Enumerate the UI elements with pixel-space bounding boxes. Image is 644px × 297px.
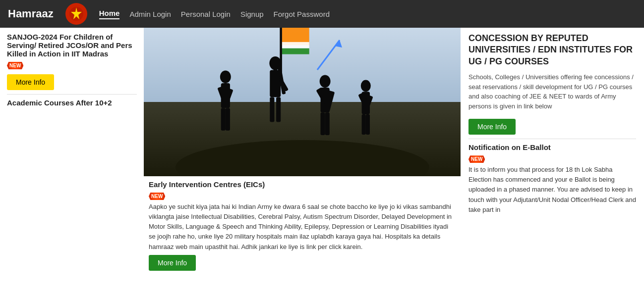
svg-rect-24 (320, 112, 325, 135)
concession-more-info-button[interactable]: More Info (468, 119, 516, 135)
svg-rect-30 (361, 114, 365, 135)
army-logo-icon (67, 4, 86, 23)
nav-signup[interactable]: Signup (240, 10, 264, 18)
divider-left (7, 94, 137, 95)
svg-point-4 (220, 70, 231, 83)
navbar-logo (65, 3, 87, 25)
left-column: SANJOG-2024 For Children of Serving/ Ret… (0, 28, 144, 297)
eballot-title: Notification on E-Ballot (468, 143, 636, 151)
nav-personal-login[interactable]: Personal Login (181, 10, 231, 18)
new-badge-left: NEW (7, 62, 23, 69)
svg-rect-15 (276, 97, 281, 122)
concession-body: Schools, Colleges / Universities offerin… (468, 72, 636, 111)
svg-rect-19 (282, 49, 309, 54)
svg-rect-16 (280, 28, 282, 86)
eic-more-info-button[interactable]: More Info (149, 255, 196, 271)
nav-admin-login[interactable]: Admin Login (129, 10, 171, 18)
nav-links: Home Admin Login Personal Login Signup F… (99, 9, 330, 19)
svg-point-3 (176, 140, 429, 176)
svg-rect-31 (365, 114, 369, 135)
eic-section: Early Intervention Centres (EICs) NEW Aa… (144, 176, 461, 275)
hero-image (144, 28, 461, 176)
svg-rect-25 (325, 112, 329, 135)
navbar: Hamraaz Home Admin Login Personal Login … (0, 0, 644, 28)
main-content: SANJOG-2024 For Children of Serving/ Ret… (0, 28, 644, 297)
left-more-info-button[interactable]: More Info (7, 74, 54, 90)
eic-body: Aapko ye suchit kiya jata hai ki Indian … (149, 202, 456, 252)
center-bottom: Early Intervention Centres (EICs) NEW Aa… (144, 176, 461, 275)
new-badge-eballot: NEW (468, 155, 485, 163)
left-bottom-title: Academic Courses After 10+2 (7, 99, 137, 107)
eballot-body: It is to inform you that process for 18 … (468, 165, 636, 215)
svg-point-26 (360, 80, 370, 92)
svg-rect-18 (282, 42, 309, 49)
e-ballot-panel: Notification on E-Ballot NEW It is to in… (468, 143, 636, 215)
right-column: CONCESSION BY REPUTED UNIVERSITIES / EDN… (461, 28, 644, 297)
new-badge-eic: NEW (149, 193, 165, 200)
svg-rect-9 (225, 108, 230, 131)
brand-title: Hamraaz (8, 7, 54, 20)
svg-point-20 (319, 75, 330, 88)
eic-title: Early Intervention Centres (EICs) (149, 180, 456, 189)
center-column: Early Intervention Centres (EICs) NEW Aa… (144, 28, 461, 297)
concession-title: CONCESSION BY REPUTED UNIVERSITIES / EDN… (468, 33, 636, 67)
svg-rect-8 (221, 108, 225, 131)
concession-panel: CONCESSION BY REPUTED UNIVERSITIES / EDN… (468, 33, 636, 135)
left-panel-title: SANJOG-2024 For Children of Serving/ Ret… (7, 33, 137, 58)
soldiers-silhouette (144, 28, 461, 176)
right-divider (468, 139, 636, 139)
svg-rect-14 (270, 97, 274, 122)
nav-forgot-password[interactable]: Forgot Password (274, 10, 330, 18)
nav-home[interactable]: Home (99, 9, 120, 19)
